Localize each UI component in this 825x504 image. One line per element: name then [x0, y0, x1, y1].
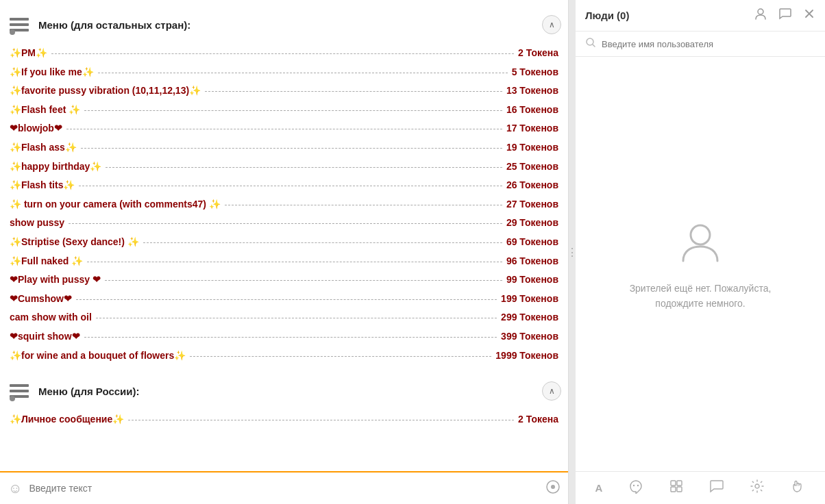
no-viewers-text: Зрителей ещё нет. Пожалуйста, подождите …: [630, 281, 772, 312]
menu-item: ✨If you like me✨5 Токенов: [10, 66, 558, 79]
menu-item-label: ✨If you like me✨: [10, 66, 94, 79]
chat-text-input[interactable]: [29, 483, 539, 494]
svg-rect-15: [671, 481, 676, 486]
right-panel-header: Люди (0): [576, 0, 825, 32]
menu-title-1: Меню (для остальных стран):: [38, 19, 190, 31]
close-icon[interactable]: [803, 8, 815, 23]
svg-point-3: [10, 29, 15, 35]
menu-item-label: ❤squirt show❤: [10, 330, 80, 344]
menu-item: ❤squirt show❤399 Токенов: [10, 330, 558, 344]
font-button[interactable]: A: [595, 482, 603, 494]
menu-item-label: ❤Cumshow❤: [10, 292, 72, 306]
menu-item: ❤blowjob❤17 Токенов: [10, 122, 558, 136]
menu-item-dots: [190, 356, 491, 357]
menu-title-2: Меню (для России):: [38, 386, 140, 397]
menu-item-price: 5 Токенов: [512, 66, 558, 79]
menu-item-label: cam show with oil: [10, 311, 92, 325]
menu-item-label: ✨ turn on your camera (with comments47) …: [10, 198, 221, 212]
menu-item-dots: [81, 148, 502, 149]
sticker-button[interactable]: [628, 479, 643, 497]
menu-item-price: 27 Токенов: [506, 198, 558, 212]
menu-item-label: ✨Flash ass✨: [10, 141, 77, 155]
chat-bubble-icon[interactable]: [778, 7, 792, 24]
user-search-bar: [576, 32, 825, 57]
menu-item-price: 29 Токенов: [506, 216, 558, 230]
comment-button[interactable]: [709, 479, 724, 497]
menu-item-price: 199 Токенов: [501, 292, 558, 306]
menu-item-price: 99 Токенов: [506, 273, 558, 287]
menu-item-label: ✨Flash feet ✨: [10, 103, 80, 117]
no-viewers-icon: [676, 217, 724, 271]
svg-point-10: [758, 9, 763, 14]
menu-item-dots: [98, 73, 508, 73]
menu-item-label: show pussy: [10, 216, 64, 230]
menu-item-dots: [105, 280, 502, 281]
user-search-input[interactable]: [602, 39, 815, 49]
menu-item-label: ❤Play with pussy ❤: [10, 273, 101, 287]
hands-button[interactable]: [790, 479, 805, 497]
menu-item: ✨Flash ass✨19 Токенов: [10, 141, 558, 155]
menu-item-price: 1999 Токенов: [495, 349, 558, 363]
menu-item-dots: [128, 420, 514, 420]
svg-point-14: [637, 485, 638, 486]
menu-item: ✨happy birthday✨25 Токенов: [10, 160, 558, 174]
svg-rect-17: [671, 487, 676, 492]
menu-item-price: 399 Токенов: [501, 330, 558, 344]
menu-item: ❤Cumshow❤199 Токенов: [10, 292, 558, 306]
menu-item: ✨favorite pussy vibration (10,11,12,13)✨…: [10, 84, 558, 98]
chat-extra-button[interactable]: [546, 480, 560, 497]
menu-header-1: Меню (для остальных стран): ∧: [7, 7, 561, 42]
panel-resizer[interactable]: ⋮: [569, 0, 576, 504]
chat-content[interactable]: Меню (для остальных стран): ∧ ✨PM✨2 Токе…: [0, 0, 568, 471]
emoji-button[interactable]: ☺: [8, 481, 22, 496]
menu-item-label: ❤blowjob❤: [10, 122, 62, 136]
menu-item-dots: [96, 318, 497, 318]
menu-header-left-1: Меню (для остальных стран):: [7, 12, 190, 37]
resize-button[interactable]: [669, 479, 684, 497]
menu-item-label: ✨Flash tits✨: [10, 179, 75, 192]
menu-item-price: 13 Токенов: [506, 84, 558, 98]
menu-item-dots: [143, 242, 502, 243]
menu-collapse-btn-2[interactable]: ∧: [542, 381, 561, 401]
settings-button[interactable]: [750, 479, 765, 497]
menu-item: show pussy29 Токенов: [10, 216, 558, 230]
no-viewers-area: Зрителей ещё нет. Пожалуйста, подождите …: [576, 57, 825, 471]
menu-item-price: 17 Токенов: [506, 122, 558, 136]
menu-item-label: ✨favorite pussy vibration (10,11,12,13)✨: [10, 84, 201, 98]
menu-item: ✨PM✨2 Токена: [10, 47, 558, 60]
menu-item: ❤Play with pussy ❤99 Токенов: [10, 273, 558, 287]
menu-item-dots: [87, 262, 502, 262]
menu-item-dots: [106, 167, 502, 168]
menu-item-price: 19 Токенов: [506, 141, 558, 155]
svg-point-9: [551, 485, 555, 489]
menu-item-dots: [84, 337, 497, 338]
menu-item-price: 2 Токена: [518, 413, 558, 427]
menu-item: ✨Full naked ✨96 Токенов: [10, 255, 558, 268]
menu-section-1: Меню (для остальных стран): ∧ ✨PM✨2 Токе…: [7, 7, 561, 362]
menu-item: ✨Flash feet ✨16 Токенов: [10, 103, 558, 117]
svg-rect-5: [10, 390, 29, 392]
right-panel: Люди (0): [576, 0, 825, 504]
svg-rect-16: [677, 481, 682, 486]
menu-item-price: 2 Токена: [518, 47, 558, 60]
menu-item: ✨ turn on your camera (with comments47) …: [10, 198, 558, 212]
menu-item-price: 26 Токенов: [506, 179, 558, 192]
svg-point-19: [755, 484, 759, 488]
menu-items-1: ✨PM✨2 Токена✨If you like me✨5 Токенов✨fa…: [7, 47, 561, 362]
person-icon[interactable]: [754, 7, 767, 24]
menu-item-label: ✨PM✨: [10, 47, 47, 60]
menu-header-2: Меню (для России): ∧: [7, 373, 561, 409]
menu-collapse-btn-1[interactable]: ∧: [542, 15, 561, 34]
svg-point-13: [632, 485, 634, 486]
menu-items-2: ✨Личное сообщение✨2 Токена: [7, 413, 561, 427]
svg-rect-4: [10, 384, 29, 387]
right-toolbar: A: [576, 471, 825, 504]
menu-item-price: 25 Токенов: [506, 160, 558, 174]
menu-item-dots: [66, 129, 502, 129]
menu-section-2: Меню (для России): ∧ ✨Личное сообщение✨2…: [7, 373, 561, 427]
menu-item: ✨Flash tits✨26 Токенов: [10, 179, 558, 192]
menu-item-label: ✨happy birthday✨: [10, 160, 101, 174]
menu-item-label: ✨for wine and a bouquet of flowers✨: [10, 349, 186, 363]
menu-item-dots: [205, 91, 502, 92]
menu-item-dots: [84, 110, 502, 111]
